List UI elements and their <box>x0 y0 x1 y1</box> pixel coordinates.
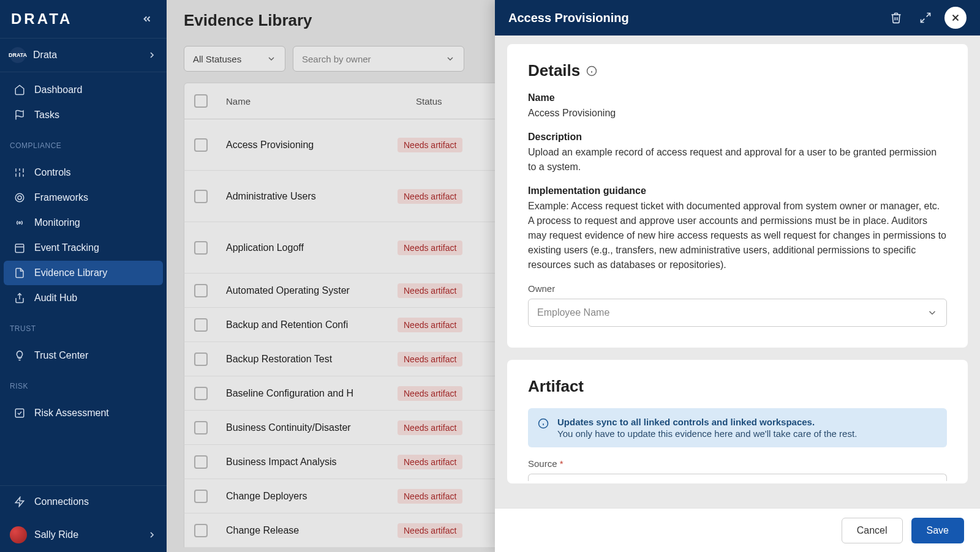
nav-controls[interactable]: Controls <box>4 160 163 185</box>
panel-body: Details Name Access Provisioning Descrip… <box>495 35 980 508</box>
chevron-down-icon <box>927 307 938 318</box>
banner-text: You only have to update this evidence he… <box>557 428 857 439</box>
description-label: Description <box>528 132 947 143</box>
delete-button[interactable] <box>886 7 907 28</box>
nav-trust: Trust Center <box>0 338 167 373</box>
svg-point-8 <box>18 196 21 200</box>
nav-tasks[interactable]: Tasks <box>4 103 163 127</box>
name-label: Name <box>528 92 947 103</box>
nav-risk-assessment[interactable]: Risk Assessment <box>4 401 163 425</box>
collapse-sidebar-button[interactable] <box>138 10 156 28</box>
flag-icon <box>13 109 26 121</box>
sidebar: DRATA DRATA Drata Dashboard Tasks COMPLI… <box>0 0 167 552</box>
share-icon <box>13 292 26 304</box>
calendar-icon <box>13 242 26 254</box>
source-label: Source * <box>528 458 947 469</box>
nav-label: Audit Hub <box>34 293 77 304</box>
nav-connections[interactable]: Connections <box>4 490 163 514</box>
name-value: Access Provisioning <box>528 106 947 121</box>
sliders-icon <box>13 166 26 179</box>
nav-evidence-library[interactable]: Evidence Library <box>4 261 163 285</box>
checklist-icon <box>13 407 26 419</box>
nav-label: Monitoring <box>34 217 80 228</box>
document-icon <box>13 267 26 279</box>
details-heading-text: Details <box>528 61 580 80</box>
nav-label: Dashboard <box>34 84 82 95</box>
guidance-value: Example: Access request ticket with docu… <box>528 199 947 272</box>
nav-label: Trust Center <box>34 350 88 361</box>
nav-label: Frameworks <box>34 192 88 203</box>
source-input[interactable] <box>528 474 947 481</box>
nav-frameworks[interactable]: Frameworks <box>4 185 163 210</box>
owner-placeholder: Employee Name <box>537 307 609 318</box>
sidebar-bottom: Connections Sally Ride <box>0 485 167 552</box>
artifact-heading: Artifact <box>528 377 947 396</box>
nav-main: Dashboard Tasks <box>0 72 167 133</box>
panel-header: Access Provisioning <box>495 0 980 35</box>
svg-rect-13 <box>15 409 24 417</box>
chevron-right-icon <box>147 50 157 60</box>
bolt-icon <box>13 496 26 508</box>
user-avatar <box>10 526 27 543</box>
evidence-detail-panel: Access Provisioning Details Name Access … <box>495 0 980 552</box>
banner-title: Updates sync to all linked controls and … <box>557 417 857 427</box>
owner-label: Owner <box>528 283 947 294</box>
panel-title: Access Provisioning <box>508 11 877 25</box>
nav-risk: Risk Assessment <box>0 395 167 431</box>
trash-icon <box>890 12 902 24</box>
nav-label: Tasks <box>34 110 59 121</box>
nav-label: Controls <box>34 167 71 178</box>
info-icon[interactable] <box>586 65 597 76</box>
svg-point-9 <box>19 222 21 224</box>
nav-monitoring[interactable]: Monitoring <box>4 211 163 235</box>
sidebar-top: DRATA <box>0 0 167 38</box>
bulb-icon <box>13 349 26 362</box>
save-button[interactable]: Save <box>911 518 964 543</box>
nav-audit-hub[interactable]: Audit Hub <box>4 286 163 310</box>
nav-compliance: Controls Frameworks Monitoring Event Tra… <box>0 155 167 316</box>
close-icon <box>950 12 961 23</box>
nav-label: Evidence Library <box>34 267 107 278</box>
nav-dashboard[interactable]: Dashboard <box>4 78 163 102</box>
brand-logo: DRATA <box>11 10 72 28</box>
nav-heading-compliance: COMPLIANCE <box>0 133 167 155</box>
panel-footer: Cancel Save <box>495 508 980 552</box>
expand-button[interactable] <box>915 7 936 28</box>
home-icon <box>13 84 26 96</box>
nav-heading-trust: TRUST <box>0 316 167 338</box>
nav-label: Connections <box>34 496 89 507</box>
chevron-right-icon <box>147 530 157 540</box>
target-icon <box>13 192 26 204</box>
user-menu[interactable]: Sally Ride <box>0 518 167 552</box>
details-card: Details Name Access Provisioning Descrip… <box>507 44 968 348</box>
nav-label: Risk Assessment <box>34 408 109 419</box>
signal-icon <box>13 217 26 229</box>
owner-select[interactable]: Employee Name <box>528 299 947 327</box>
svg-line-16 <box>921 19 925 23</box>
sync-info-banner: Updates sync to all linked controls and … <box>528 408 947 447</box>
nav-trust-center[interactable]: Trust Center <box>4 343 163 368</box>
required-asterisk: * <box>560 458 564 469</box>
workspace-switcher[interactable]: DRATA Drata <box>0 38 167 72</box>
svg-point-7 <box>15 193 24 202</box>
guidance-label: Implementation guidance <box>528 185 947 196</box>
cancel-button[interactable]: Cancel <box>842 518 903 543</box>
info-icon <box>538 418 550 430</box>
workspace-avatar: DRATA <box>10 47 26 63</box>
workspace-name: Drata <box>33 50 140 61</box>
close-button[interactable] <box>944 7 967 29</box>
source-label-text: Source <box>528 458 557 469</box>
svg-line-15 <box>927 13 930 17</box>
svg-marker-14 <box>15 498 24 507</box>
nav-event-tracking[interactable]: Event Tracking <box>4 236 163 260</box>
svg-rect-10 <box>15 244 24 253</box>
details-heading: Details <box>528 61 947 80</box>
description-value: Upload an example record of access reque… <box>528 145 947 174</box>
artifact-card: Artifact Updates sync to all linked cont… <box>507 360 968 483</box>
nav-heading-risk: RISK <box>0 373 167 395</box>
expand-icon <box>919 12 932 24</box>
chevrons-left-icon <box>141 13 153 24</box>
user-name: Sally Ride <box>34 529 140 540</box>
nav-label: Event Tracking <box>34 242 99 253</box>
